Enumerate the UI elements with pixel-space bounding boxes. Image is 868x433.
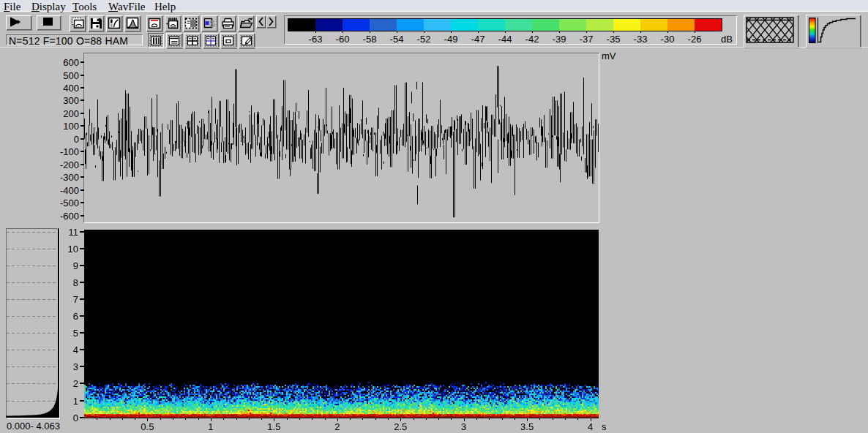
svg-text:S: S [209,19,215,29]
